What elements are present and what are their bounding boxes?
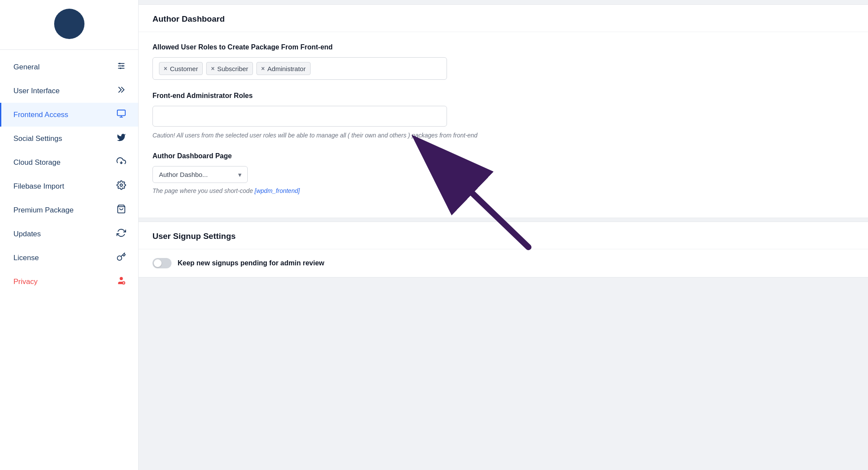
dashboard-page-select[interactable]: Author Dashbo... xyxy=(152,166,248,183)
svg-point-11 xyxy=(120,277,123,280)
svg-point-5 xyxy=(120,68,121,69)
frontend-admin-field: Front-end Administrator Roles Caution! A… xyxy=(152,92,854,140)
sidebar-item-cloud-storage[interactable]: Cloud Storage xyxy=(0,150,138,174)
allowed-roles-field: Allowed User Roles to Create Package Fro… xyxy=(152,43,854,80)
svg-point-4 xyxy=(122,65,124,67)
keep-pending-label: Keep new signups pending for admin revie… xyxy=(178,259,324,267)
privacy-icon xyxy=(117,276,126,287)
avatar-area xyxy=(0,0,138,50)
frontend-admin-input[interactable] xyxy=(152,106,447,127)
signup-section-header: User Signup Settings xyxy=(139,222,868,249)
sidebar-item-license[interactable]: License xyxy=(0,246,138,270)
monitor-icon xyxy=(117,109,126,121)
svg-point-3 xyxy=(119,63,121,65)
twitter-icon xyxy=(117,133,126,144)
cloud-icon xyxy=(117,157,126,168)
tag-administrator: × Administrator xyxy=(256,62,311,75)
author-dashboard-title: Author Dashboard xyxy=(152,14,225,23)
sliders-icon xyxy=(117,61,126,73)
tag-customer-remove[interactable]: × xyxy=(164,65,167,72)
tag-subscriber: × Subscriber xyxy=(206,62,253,75)
dashboard-page-field: Author Dashboard Page Author Dashbo... ▼… xyxy=(152,152,854,194)
svg-rect-6 xyxy=(117,110,125,116)
svg-point-9 xyxy=(120,184,123,186)
gear-icon xyxy=(117,180,126,192)
user-signup-section: User Signup Settings Keep new signups pe… xyxy=(139,222,868,277)
frontend-admin-label: Front-end Administrator Roles xyxy=(152,92,854,100)
main-wrapper: Author Dashboard Allowed User Roles to C… xyxy=(139,0,868,470)
sidebar-item-premium-package[interactable]: Premium Package xyxy=(0,198,138,222)
signup-section-title: User Signup Settings xyxy=(152,232,236,241)
section-body: Allowed User Roles to Create Package Fro… xyxy=(139,32,868,218)
main-content: Author Dashboard Allowed User Roles to C… xyxy=(139,0,868,281)
sidebar: General User Interface Frontend Access xyxy=(0,0,139,470)
keep-pending-toggle[interactable] xyxy=(152,258,172,268)
keep-pending-row: Keep new signups pending for admin revie… xyxy=(139,249,868,277)
sidebar-item-social-settings[interactable]: Social Settings xyxy=(0,127,138,150)
refresh-icon xyxy=(117,228,126,240)
select-wrapper: Author Dashbo... ▼ xyxy=(152,166,248,183)
tag-subscriber-remove[interactable]: × xyxy=(211,65,214,72)
key-icon xyxy=(117,252,126,264)
sidebar-item-general[interactable]: General xyxy=(0,55,138,79)
caution-text: Caution! All users from the selected use… xyxy=(152,131,525,140)
sidebar-item-privacy[interactable]: Privacy xyxy=(0,270,138,294)
paint-icon xyxy=(117,85,126,97)
sidebar-item-updates[interactable]: Updates xyxy=(0,222,138,246)
dashboard-page-label: Author Dashboard Page xyxy=(152,152,854,160)
section-header: Author Dashboard xyxy=(139,5,868,32)
tag-customer: × Customer xyxy=(159,62,203,75)
sidebar-item-frontend-access[interactable]: Frontend Access xyxy=(0,103,138,127)
author-dashboard-section: Author Dashboard Allowed User Roles to C… xyxy=(139,4,868,218)
tag-administrator-remove[interactable]: × xyxy=(261,65,265,72)
allowed-roles-label: Allowed User Roles to Create Package Fro… xyxy=(152,43,854,51)
avatar xyxy=(54,9,84,39)
shortcode-note: The page where you used short-code [wpdm… xyxy=(152,187,854,194)
tags-input[interactable]: × Customer × Subscriber × Administrator xyxy=(152,57,447,80)
sidebar-item-filebase-import[interactable]: Filebase Import xyxy=(0,174,138,198)
sidebar-item-user-interface[interactable]: User Interface xyxy=(0,79,138,103)
shortcode-link[interactable]: [wpdm_frontend] xyxy=(255,187,300,194)
sidebar-nav: General User Interface Frontend Access xyxy=(0,50,138,470)
top-strip xyxy=(139,0,868,4)
basket-icon xyxy=(117,204,126,216)
